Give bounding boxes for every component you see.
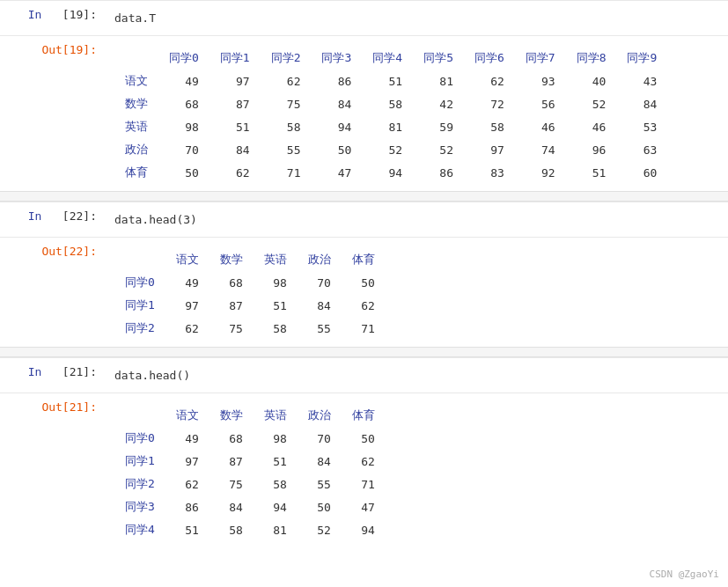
cell-val: 51 [254,294,298,317]
row-label: 同学2 [114,317,165,340]
in-keyword: In [28,365,42,378]
cell-in22-code: data.head(3) [106,202,728,237]
cell-val: 74 [515,138,566,161]
cell-val: 50 [311,138,362,161]
cell-val: 72 [464,92,515,115]
in-num: [19]: [63,8,97,21]
cell-val: 70 [158,138,210,161]
cell-val: 87 [210,294,254,317]
cell-val: 98 [254,271,298,294]
cell-val: 94 [311,115,362,138]
cell-val: 59 [413,115,464,138]
table-row: 同学2 62 75 58 55 71 [114,317,386,340]
cell-val: 52 [566,92,617,115]
out-keyword: Out[19]: [41,43,97,56]
code-text: data.head(3) [114,209,719,230]
table-out21: 语文 数学 英语 政治 体育 同学0 49 68 98 70 50 [114,404,386,541]
cell-val: 62 [464,70,515,92]
cell-val: 51 [566,161,617,184]
in-num: [22]: [63,209,97,223]
cell-val: 68 [210,427,254,450]
separator [0,347,728,357]
cell-val: 51 [165,518,210,541]
col-header: 同学7 [515,47,566,70]
cell-out19: Out[19]: 同学0 同学1 同学2 同学3 同学4 同学5 同学6 同学7… [0,35,728,191]
cell-val: 50 [158,161,210,184]
cell-val: 68 [158,92,210,115]
cell-val: 75 [210,473,254,495]
cell-val: 60 [616,161,667,184]
row-label: 同学2 [114,473,165,495]
cell-val: 58 [362,92,413,115]
notebook: In [19]: data.T Out[19]: 同学0 同学1 同学2 同学3… [0,0,728,587]
cell-out21-content: 语文 数学 英语 政治 体育 同学0 49 68 98 70 50 [106,393,728,548]
cell-val: 62 [165,317,210,340]
cell-val: 87 [210,450,254,473]
col-header: 体育 [342,248,386,271]
row-label: 同学3 [114,495,165,518]
cell-val: 58 [254,317,298,340]
col-header: 数学 [210,248,254,271]
cell-val: 42 [413,92,464,115]
cell-val: 94 [342,518,386,541]
col-header: 英语 [254,404,298,427]
cell-val: 56 [515,92,566,115]
cell-val: 92 [515,161,566,184]
cell-in21-label: In [21]: [0,358,106,393]
cell-val: 86 [413,161,464,184]
cell-val: 62 [342,294,386,317]
cell-val: 52 [298,518,342,541]
cell-out21: Out[21]: 语文 数学 英语 政治 体育 同学0 [0,393,728,548]
row-label: 同学4 [114,518,165,541]
cell-val: 84 [311,92,362,115]
col-header: 同学4 [362,47,413,70]
cell-in19: In [19]: data.T [0,0,728,35]
table-row: 同学0 49 68 98 70 50 [114,271,386,294]
col-empty [114,47,158,70]
col-header: 英语 [254,248,298,271]
cell-val: 83 [464,161,515,184]
col-header: 语文 [165,248,210,271]
table-row: 同学1 97 87 51 84 62 [114,450,386,473]
cell-val: 58 [254,473,298,495]
cell-val: 84 [298,294,342,317]
cell-val: 93 [515,70,566,92]
col-header: 语文 [165,404,210,427]
cell-val: 46 [515,115,566,138]
cell-val: 62 [210,161,261,184]
col-empty [114,248,165,271]
cell-val: 58 [210,518,254,541]
cell-val: 58 [464,115,515,138]
cell-out19-label: Out[19]: [0,36,106,191]
row-label: 同学1 [114,294,165,317]
col-header: 同学5 [413,47,464,70]
cell-val: 86 [165,495,210,518]
out-keyword: Out[21]: [41,400,97,414]
out-keyword: Out[22]: [41,245,97,258]
cell-val: 50 [342,427,386,450]
cell-val: 47 [342,495,386,518]
cell-val: 51 [362,70,413,92]
row-label: 英语 [114,115,158,138]
table-row: 同学3 86 84 94 50 47 [114,495,386,518]
col-header: 数学 [210,404,254,427]
cell-out22: Out[22]: 语文 数学 英语 政治 体育 同学0 [0,237,728,347]
col-header: 同学1 [210,47,261,70]
cell-val: 52 [362,138,413,161]
table-row: 英语 98 51 58 94 81 59 58 46 46 53 [114,115,667,138]
cell-val: 55 [298,317,342,340]
row-label: 语文 [114,70,158,92]
cell-val: 50 [298,495,342,518]
cell-in19-label: In [19]: [0,1,106,35]
cell-in22: In [22]: data.head(3) [0,202,728,237]
table-row: 数学 68 87 75 84 58 42 72 56 52 84 [114,92,667,115]
cell-val: 84 [616,92,667,115]
cell-val: 98 [254,427,298,450]
table-row: 同学2 62 75 58 55 71 [114,473,386,495]
table-row: 语文 49 97 62 86 51 81 62 93 40 43 [114,70,667,92]
cell-val: 40 [566,70,617,92]
cell-val: 43 [616,70,667,92]
table-row: 体育 50 62 71 47 94 86 83 92 51 60 [114,161,667,184]
cell-val: 71 [261,161,312,184]
in-num: [21]: [63,365,97,378]
